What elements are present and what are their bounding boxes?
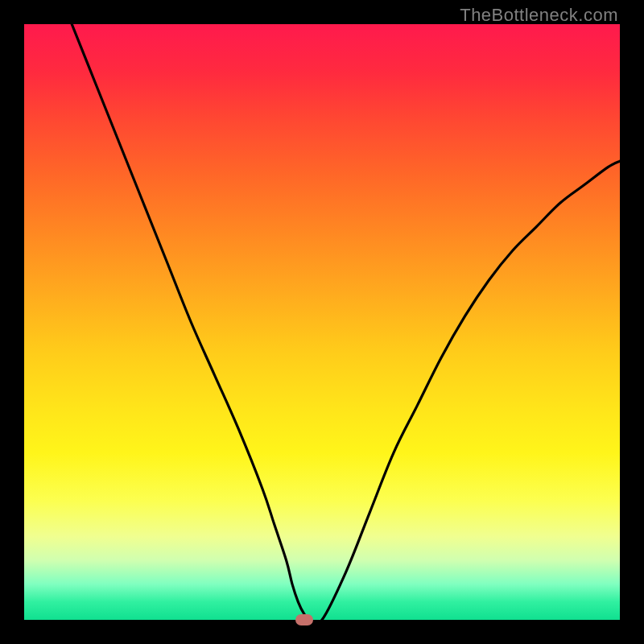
plot-area <box>24 24 620 620</box>
optimal-marker <box>295 614 313 625</box>
bottleneck-curve <box>24 24 620 620</box>
watermark-text: TheBottleneck.com <box>460 5 618 26</box>
chart-container: TheBottleneck.com <box>0 0 644 644</box>
